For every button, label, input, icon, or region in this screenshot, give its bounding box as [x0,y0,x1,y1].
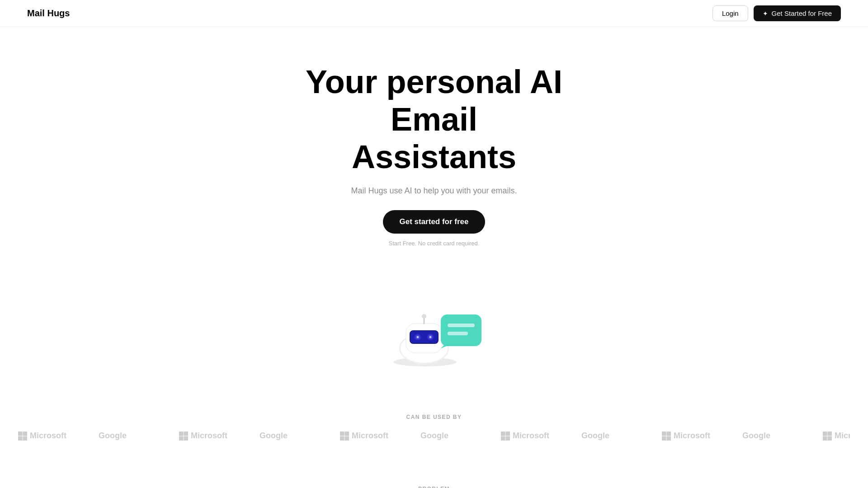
list-item: Google [742,431,801,441]
navbar: Mail Hugs Login ✦ Get Started for Free [0,0,868,27]
svg-rect-40 [827,436,832,441]
get-started-nav-button[interactable]: ✦ Get Started for Free [754,5,841,21]
svg-rect-23 [179,436,184,441]
list-item: Microsoft [340,431,399,441]
svg-rect-36 [666,436,671,441]
svg-rect-32 [505,436,510,441]
brands-label: CAN BE USED BY [18,414,850,420]
svg-point-13 [429,336,431,338]
site-logo: Mail Hugs [27,8,70,19]
list-item: Microsoft [18,431,77,441]
svg-rect-33 [662,432,666,436]
list-item: Google [99,431,157,441]
brands-marquee: Microsoft Google Microsoft Google Micros… [18,431,850,441]
svg-rect-16 [448,332,468,335]
svg-rect-14 [441,314,481,346]
list-item: Google [420,431,479,441]
list-item: Microsoft [662,431,721,441]
brands-track: Microsoft Google Microsoft Google Micros… [18,431,850,441]
svg-rect-25 [340,432,344,436]
sparkle-icon: ✦ [763,10,768,17]
svg-rect-19 [18,436,23,441]
svg-rect-28 [344,436,349,441]
svg-rect-39 [823,436,827,441]
svg-point-12 [417,336,419,338]
svg-rect-15 [448,324,475,327]
robot-illustration [371,265,497,369]
list-item: Microsoft [823,431,850,441]
svg-rect-26 [344,432,349,436]
svg-rect-27 [340,436,344,441]
svg-rect-35 [662,436,666,441]
login-button[interactable]: Login [712,5,748,21]
problem-section: PROBLEM [0,459,868,488]
svg-rect-17 [18,432,23,436]
brands-section: CAN BE USED BY Microsoft Google Microsof… [0,387,868,459]
svg-rect-38 [827,432,832,436]
svg-rect-20 [23,436,27,441]
problem-label: PROBLEM [18,486,850,488]
list-item: Google [259,431,318,441]
hero-section: Your personal AI Email Assistants Mail H… [0,27,868,387]
svg-rect-34 [666,432,671,436]
svg-rect-21 [179,432,184,436]
svg-point-5 [422,314,426,319]
svg-rect-22 [184,432,188,436]
navbar-actions: Login ✦ Get Started for Free [712,5,841,21]
get-started-nav-label: Get Started for Free [772,9,832,17]
svg-rect-29 [501,432,505,436]
no-credit-card-text: Start Free. No credit card required. [389,240,480,247]
hero-title: Your personal AI Email Assistants [276,63,592,175]
svg-rect-24 [184,436,188,441]
hero-subtitle: Mail Hugs use AI to help you with your e… [351,186,517,196]
svg-rect-37 [823,432,827,436]
hero-cta-button[interactable]: Get started for free [383,210,485,234]
list-item: Microsoft [501,431,560,441]
list-item: Google [581,431,640,441]
svg-rect-31 [501,436,505,441]
svg-rect-30 [505,432,510,436]
list-item: Microsoft [179,431,238,441]
svg-rect-18 [23,432,27,436]
